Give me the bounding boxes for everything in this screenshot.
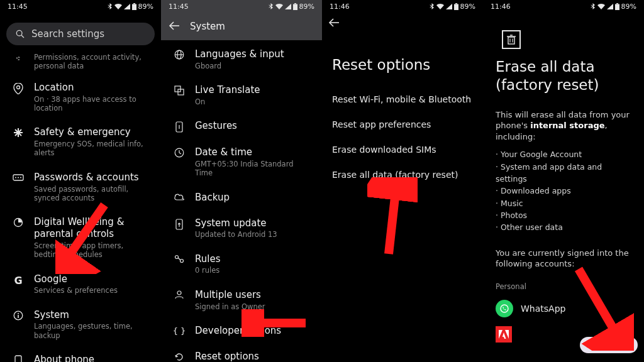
signal-icon (446, 4, 452, 9)
signed-accounts-label: You are currently signed into the follow… (483, 234, 644, 270)
svg-point-37 (177, 291, 181, 295)
list-item-users[interactable]: Multiple usersSigned in as Owner (161, 282, 322, 318)
svg-rect-15 (18, 315, 19, 318)
list-item-location[interactable]: LocationOn · 38 apps have access to loca… (0, 75, 161, 120)
svg-line-3 (21, 35, 24, 38)
list-item-safety[interactable]: Safety & emergencyEmergency SOS, medical… (0, 119, 161, 165)
globe-icon (172, 48, 186, 60)
list-item-gestures[interactable]: Gestures (161, 113, 322, 140)
svg-rect-1 (133, 3, 135, 4)
list-item-system[interactable]: SystemLanguages, gestures, time, backup (0, 302, 161, 348)
status-bar: 11:46 89% (483, 0, 644, 13)
list-item-privacy-sub[interactable]: Permissions, account activity, personal … (0, 53, 161, 75)
reset-icon (172, 351, 186, 362)
svg-rect-0 (132, 4, 136, 10)
opt-reset-app-prefs[interactable]: Reset app preferences (322, 112, 483, 137)
list-item-update[interactable]: System updateUpdated to Android 13 (161, 211, 322, 246)
svg-rect-45 (508, 37, 514, 44)
search-settings[interactable]: Search settings (6, 23, 155, 45)
battery-icon (454, 3, 458, 10)
bluetooth-icon (591, 3, 596, 9)
screen-settings-main: 11:45 89% Search settings Permissions, a… (0, 0, 161, 362)
wifi-icon (597, 4, 605, 9)
location-icon (11, 82, 25, 94)
list-item-passwords[interactable]: Passwords & accountsSaved passwords, aut… (0, 165, 161, 210)
opt-reset-wifi[interactable]: Reset Wi-Fi, mobile & Bluetooth (322, 87, 483, 112)
personal-label: Personal (483, 270, 644, 291)
opt-erase-sims[interactable]: Erase downloaded SIMs (322, 137, 483, 162)
list-item-about[interactable]: About phonePixel 6 (0, 347, 161, 362)
battery-icon (132, 3, 136, 10)
account-whatsapp: WhatsApp (483, 291, 644, 317)
back-button[interactable] (169, 21, 180, 33)
svg-rect-22 (294, 3, 296, 4)
settings-list: Permissions, account activity, personal … (0, 52, 161, 362)
status-right: 89% (269, 3, 314, 11)
list-item-datetime[interactable]: Date & timeGMT+05:30 India Standard Time (161, 140, 322, 185)
back-button[interactable] (322, 13, 483, 30)
status-time: 11:46 (330, 3, 350, 11)
battery-icon (293, 3, 297, 10)
status-battery: 89% (621, 3, 636, 11)
gesture-icon (172, 120, 186, 133)
svg-rect-39 (454, 4, 458, 10)
trash-icon (507, 35, 516, 45)
svg-rect-16 (15, 356, 21, 362)
wellbeing-icon (11, 216, 25, 228)
opt-erase-all[interactable]: Erase all data (factory reset) (322, 162, 483, 187)
phone-icon (11, 354, 25, 362)
account-name: WhatsApp (521, 304, 565, 314)
status-bar: 11:45 89% (0, 0, 161, 13)
list-item-google[interactable]: G GoogleServices & preferences (0, 266, 161, 302)
bullet: Other user data (496, 221, 631, 233)
svg-line-36 (178, 258, 180, 260)
wifi-icon (436, 4, 444, 9)
list-item-backup[interactable]: Backup (161, 185, 322, 211)
search-placeholder: Search settings (31, 28, 104, 40)
header-title: System (190, 21, 225, 32)
svg-point-50 (501, 305, 508, 312)
adobe-icon (496, 326, 512, 343)
svg-rect-40 (455, 3, 457, 4)
system-list: Languages & inputGboard Live TranslateOn… (161, 40, 322, 362)
info-icon (11, 309, 25, 321)
status-right: 89% (108, 3, 153, 11)
page-title: Erase all data (factory reset) (483, 49, 644, 94)
asterisk-icon (11, 126, 25, 138)
status-battery: 89% (299, 3, 314, 11)
bullet: System and app data and settings (496, 161, 631, 185)
cloud-icon (172, 192, 186, 200)
header: System (161, 13, 322, 40)
svg-point-14 (18, 312, 19, 314)
list-item-reset[interactable]: Reset options (161, 344, 322, 362)
svg-point-11 (20, 177, 21, 178)
bullet: Downloaded apps (496, 185, 631, 197)
screen-erase-all: 11:46 89% Erase all data (factory reset)… (483, 0, 644, 362)
list-item-languages[interactable]: Languages & inputGboard (161, 41, 322, 77)
svg-point-10 (18, 177, 19, 178)
screen-system: 11:45 89% System Languages & inputGboard… (161, 0, 322, 362)
dots-icon (16, 57, 20, 60)
bluetooth-icon (430, 3, 435, 9)
list-item-developer[interactable]: { } Developer options (161, 318, 322, 344)
svg-point-9 (15, 177, 16, 178)
erase-bullets: Your Google Account System and app data … (483, 142, 644, 234)
svg-point-2 (16, 30, 22, 36)
erase-all-button[interactable]: Erase all data (580, 337, 638, 353)
status-right: 89% (591, 3, 636, 11)
svg-rect-44 (616, 3, 618, 4)
list-item-translate[interactable]: Live TranslateOn (161, 77, 322, 113)
status-bar: 11:45 89% (161, 0, 322, 13)
bullet: Your Google Account (496, 148, 631, 160)
list-item-rules[interactable]: Rules0 rules (161, 246, 322, 282)
braces-icon: { } (172, 325, 186, 336)
svg-line-42 (389, 186, 396, 254)
list-item-wellbeing[interactable]: Digital Wellbeing & parental controlsScr… (0, 209, 161, 266)
bluetooth-icon (108, 3, 113, 9)
erase-description: This will erase all data from your phone… (483, 94, 644, 143)
search-icon (15, 29, 25, 39)
trash-icon-box (483, 13, 644, 49)
wifi-icon (114, 4, 122, 9)
bullet: Photos (496, 209, 631, 221)
status-bar: 11:46 89% (322, 0, 483, 13)
